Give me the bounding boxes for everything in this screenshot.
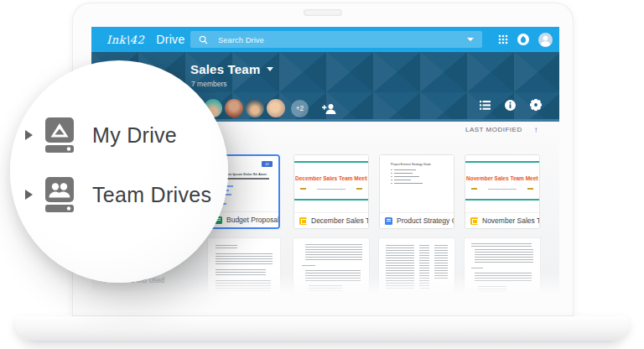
sort-control[interactable]: LAST MODIFIED ↑ xyxy=(465,125,538,134)
sidebar-item-label: My Drive xyxy=(92,123,177,148)
member-avatar[interactable] xyxy=(225,99,243,117)
member-avatar[interactable] xyxy=(267,99,285,117)
file-card-product-strategy[interactable]: Project Everest Strategy Goals Product S… xyxy=(379,154,454,229)
team-title-row[interactable]: Sales Team xyxy=(190,62,273,76)
sidebar-item-my-drive[interactable]: My Drive xyxy=(25,117,177,153)
screen-bottom-fade xyxy=(91,273,559,295)
sort-direction-arrow-icon[interactable]: ↑ xyxy=(534,125,538,134)
team-drives-icon xyxy=(45,177,74,212)
my-drive-icon xyxy=(45,117,74,153)
member-avatar[interactable] xyxy=(246,99,264,117)
laptop-base xyxy=(15,316,629,342)
sort-label: LAST MODIFIED xyxy=(465,126,522,133)
search-bar[interactable] xyxy=(190,31,482,48)
file-name: December Sales Tea... xyxy=(311,216,368,225)
brand-logo: Ink\42 xyxy=(106,34,144,46)
avatar-overflow-badge[interactable]: +2 xyxy=(291,100,309,117)
file-thumbnail: December Sales Team Meeting xyxy=(294,155,368,214)
file-card-november-sales[interactable]: November Sales Team Meeting November Sal… xyxy=(465,154,540,229)
info-icon[interactable] xyxy=(505,100,516,111)
sidebar-item-label: Team Drives xyxy=(92,183,211,207)
template-brand-badge: 42 xyxy=(262,161,273,167)
file-card-december-sales[interactable]: December Sales Team Meeting December Sal… xyxy=(293,154,369,229)
laptop-camera xyxy=(304,9,342,16)
slides-file-icon xyxy=(470,217,478,225)
search-input[interactable] xyxy=(208,35,467,44)
sidebar-item-team-drives[interactable]: Team Drives xyxy=(25,177,211,212)
list-view-icon[interactable] xyxy=(480,101,491,110)
member-avatar-row: +2 xyxy=(204,99,336,117)
settings-gear-icon[interactable] xyxy=(530,99,542,111)
search-icon xyxy=(199,35,208,44)
top-app-bar: Ink\42 Drive xyxy=(91,27,559,52)
account-avatar[interactable] xyxy=(538,33,553,47)
slide-subtitle xyxy=(465,188,539,190)
product-name: Drive xyxy=(156,33,184,46)
expand-arrow-icon[interactable] xyxy=(25,190,33,200)
notifications-icon[interactable] xyxy=(517,34,529,45)
file-name: Budget Proposal Tem... xyxy=(226,216,278,224)
doc-title-text: Project Everest Strategy Goals xyxy=(391,163,431,166)
search-options-caret-icon[interactable] xyxy=(467,38,474,41)
file-thumbnail: Project Everest Strategy Goals xyxy=(380,155,454,214)
slide-title-text: December Sales Team Meeting xyxy=(295,175,367,181)
team-member-count: 7 members xyxy=(191,80,227,88)
slide-subtitle xyxy=(294,188,368,190)
team-menu-caret-icon[interactable] xyxy=(267,67,273,71)
add-member-icon[interactable] xyxy=(322,102,336,115)
slide-title-text: November Sales Team Meeting xyxy=(466,175,538,181)
slides-file-icon xyxy=(299,217,307,225)
file-name: November Sales Tea... xyxy=(482,216,539,225)
team-title: Sales Team xyxy=(190,62,260,76)
file-thumbnail: November Sales Team Meeting xyxy=(465,155,539,214)
expand-arrow-icon[interactable] xyxy=(25,130,33,140)
apps-grid-icon[interactable] xyxy=(498,34,508,44)
promo-canvas: Ink\42 Drive xyxy=(0,0,644,349)
file-name: Product Strategy Goa... xyxy=(397,216,454,225)
docs-file-icon xyxy=(385,217,392,225)
magnifier-lens: My Drive Team Drives xyxy=(10,60,228,283)
